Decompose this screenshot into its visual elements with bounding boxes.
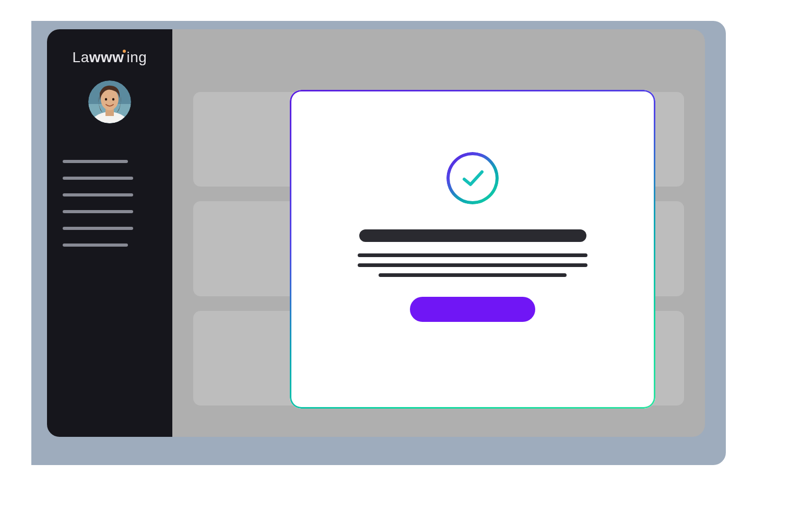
logo-part-3: ing xyxy=(127,49,147,65)
logo-dot-icon xyxy=(123,50,126,53)
logo-part-2: www xyxy=(89,49,124,65)
sidebar-item[interactable] xyxy=(63,244,128,247)
sidebar-item[interactable] xyxy=(63,227,133,230)
sidebar-nav xyxy=(63,160,157,260)
modal-text-line xyxy=(358,263,587,267)
sidebar-item[interactable] xyxy=(63,210,133,213)
sidebar-item[interactable] xyxy=(63,193,133,196)
avatar-illustration xyxy=(88,80,131,123)
modal-text-line xyxy=(358,253,587,257)
svg-point-7 xyxy=(112,98,114,100)
modal-title-placeholder xyxy=(359,229,586,242)
sidebar-item[interactable] xyxy=(63,177,133,180)
svg-point-6 xyxy=(105,98,107,100)
sidebar-item[interactable] xyxy=(63,160,128,163)
avatar[interactable] xyxy=(88,80,131,123)
modal-text-line xyxy=(379,273,567,277)
success-modal xyxy=(290,90,655,409)
modal-body xyxy=(292,92,653,407)
checkmark-icon xyxy=(446,152,499,204)
brand-logo: Lawwwing xyxy=(73,49,147,66)
stage: Lawwwing xyxy=(31,21,726,465)
logo-part-1: La xyxy=(73,49,89,65)
modal-cta-button[interactable] xyxy=(410,297,535,322)
sidebar: Lawwwing xyxy=(47,29,172,437)
